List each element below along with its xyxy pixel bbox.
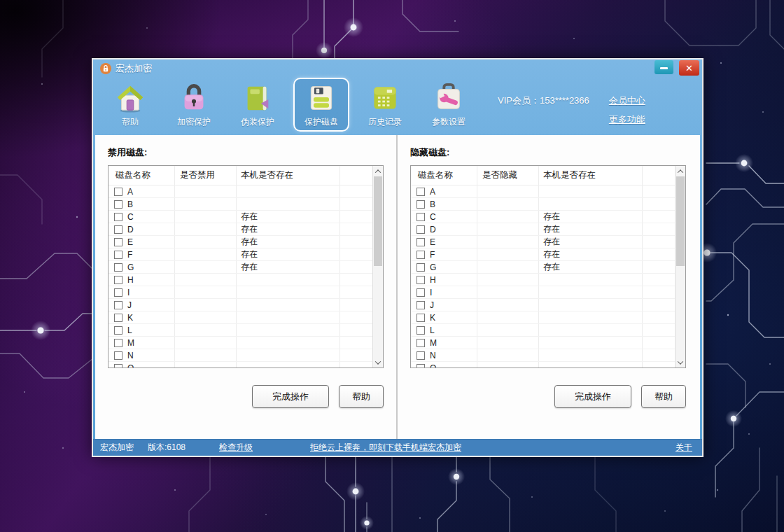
mobile-app-promo-link[interactable]: 拒绝云上裸奔，即刻下载手机端宏杰加密 <box>310 442 461 454</box>
disk-checkbox[interactable] <box>416 301 425 309</box>
disk-checkbox[interactable] <box>114 200 122 209</box>
disk-checkbox[interactable] <box>416 288 425 297</box>
disable-disk-panel: 禁用磁盘: 磁盘名称 是否禁用 本机是否存在 ABC存在D存在E存在F存在G存在… <box>95 135 398 439</box>
disk-letter: A <box>430 187 435 197</box>
scrollbar-thumb[interactable] <box>676 176 685 266</box>
disk-letter: B <box>127 200 133 209</box>
table-row: L <box>411 324 675 337</box>
chevron-down-icon <box>375 358 381 364</box>
panel-title: 隐藏磁盘: <box>410 146 700 159</box>
scrollbar[interactable] <box>675 166 685 368</box>
disk-letter: I <box>430 288 432 298</box>
scrollbar[interactable] <box>372 166 383 368</box>
disk-checkbox[interactable] <box>416 225 425 234</box>
app-window: 宏杰加密 ✕ 帮助加密保护伪装保护保护磁盘历史记录参数设置 VIP会员：153*… <box>92 58 704 457</box>
disk-letter: G <box>430 262 436 272</box>
table-row: E存在 <box>108 236 372 248</box>
toolbar-item-伪装保护[interactable]: 伪装保护 <box>230 78 286 132</box>
disk-letter: C <box>127 212 134 222</box>
chevron-down-icon <box>678 358 683 364</box>
toolbar-item-label: 加密保护 <box>167 116 220 128</box>
table-row: K <box>411 312 675 324</box>
disk-checkbox[interactable] <box>416 326 425 335</box>
table-row: B <box>108 198 372 211</box>
scrollbar-thumb[interactable] <box>374 176 382 266</box>
disk-checkbox[interactable] <box>114 251 122 259</box>
disk-checkbox[interactable] <box>114 351 122 360</box>
disk-checkbox[interactable] <box>416 276 425 284</box>
disk-checkbox[interactable] <box>114 225 122 234</box>
disk-checkbox[interactable] <box>114 288 122 297</box>
disk-letter: L <box>127 326 132 335</box>
minimize-button[interactable] <box>654 60 673 74</box>
close-button[interactable]: ✕ <box>679 60 699 76</box>
disk-checkbox[interactable] <box>114 188 122 196</box>
disk-checkbox[interactable] <box>114 263 122 272</box>
scroll-down-button[interactable] <box>676 357 685 368</box>
content-area: 禁用磁盘: 磁盘名称 是否禁用 本机是否存在 ABC存在D存在E存在F存在G存在… <box>95 135 700 439</box>
disk-checkbox[interactable] <box>416 238 425 246</box>
disk-letter: O <box>430 363 436 368</box>
disk-letter: D <box>430 225 436 234</box>
disk-checkbox[interactable] <box>114 326 122 335</box>
table-row: O <box>108 362 372 368</box>
history-grid-icon <box>358 80 412 115</box>
hide-disk-panel: 隐藏磁盘: 磁盘名称 是否隐藏 本机是否存在 ABC存在D存在E存在F存在G存在… <box>398 135 700 439</box>
table-row: I <box>108 286 372 299</box>
scroll-up-button[interactable] <box>373 166 383 176</box>
disk-checkbox[interactable] <box>416 364 425 368</box>
disk-checkbox[interactable] <box>114 364 122 368</box>
disk-checkbox[interactable] <box>114 301 122 309</box>
disk-checkbox[interactable] <box>114 339 122 347</box>
vip-member-label: VIP会员：153****2366 <box>498 94 589 107</box>
about-link[interactable]: 关于 <box>676 442 692 454</box>
toolbar-item-加密保护[interactable]: 加密保护 <box>166 78 222 132</box>
disk-exists: 存在 <box>236 248 372 260</box>
more-features-link[interactable]: 更多功能 <box>609 113 645 126</box>
disk-exists: 存在 <box>236 223 372 235</box>
table-row: I <box>411 286 675 299</box>
disk-exists: 存在 <box>538 211 675 223</box>
toolbar-item-帮助[interactable]: 帮助 <box>102 78 158 132</box>
disk-checkbox[interactable] <box>114 276 122 284</box>
disk-checkbox[interactable] <box>416 188 425 196</box>
disk-checkbox[interactable] <box>114 238 122 246</box>
disk-letter: N <box>127 351 134 360</box>
disk-checkbox[interactable] <box>416 251 425 259</box>
disk-checkbox[interactable] <box>416 339 425 347</box>
disk-exists: 存在 <box>538 223 675 235</box>
table-row: E存在 <box>411 236 675 248</box>
disk-letter: J <box>127 300 132 310</box>
table-header: 磁盘名称 是否禁用 本机是否存在 <box>108 166 372 186</box>
finish-operation-button[interactable]: 完成操作 <box>554 385 631 408</box>
chevron-up-icon <box>375 169 381 175</box>
disk-checkbox[interactable] <box>416 351 425 360</box>
disk-checkbox[interactable] <box>416 200 425 209</box>
table-row: M <box>411 337 675 349</box>
table-row: N <box>108 349 372 362</box>
disk-letter: G <box>127 262 134 272</box>
title-bar[interactable]: 宏杰加密 ✕ <box>93 59 702 78</box>
toolbar-item-参数设置[interactable]: 参数设置 <box>421 78 477 132</box>
scroll-up-button[interactable] <box>676 166 685 176</box>
toolbar-item-保护磁盘[interactable]: 保护磁盘 <box>293 78 349 132</box>
member-center-link[interactable]: 会员中心 <box>609 94 645 107</box>
disk-table: 磁盘名称 是否禁用 本机是否存在 ABC存在D存在E存在F存在G存在HIJKLM… <box>108 165 384 368</box>
footer-app-name: 宏杰加密 <box>100 442 134 454</box>
disk-checkbox[interactable] <box>416 314 425 322</box>
disk-checkbox[interactable] <box>114 314 122 322</box>
help-button[interactable]: 帮助 <box>641 385 686 408</box>
check-upgrade-link[interactable]: 检查升级 <box>219 442 253 454</box>
toolbar-item-label: 参数设置 <box>422 116 475 128</box>
disk-letter: F <box>430 250 435 260</box>
toolbar-item-历史记录[interactable]: 历史记录 <box>357 78 413 132</box>
table-row: G存在 <box>108 261 372 274</box>
help-button[interactable]: 帮助 <box>339 385 384 408</box>
finish-operation-button[interactable]: 完成操作 <box>252 385 329 408</box>
disk-checkbox[interactable] <box>114 213 122 221</box>
disk-checkbox[interactable] <box>416 213 425 221</box>
wrench-toolbox-icon <box>422 80 475 115</box>
scroll-down-button[interactable] <box>373 357 383 368</box>
column-disk-name: 磁盘名称 <box>108 169 174 181</box>
disk-checkbox[interactable] <box>416 263 425 272</box>
